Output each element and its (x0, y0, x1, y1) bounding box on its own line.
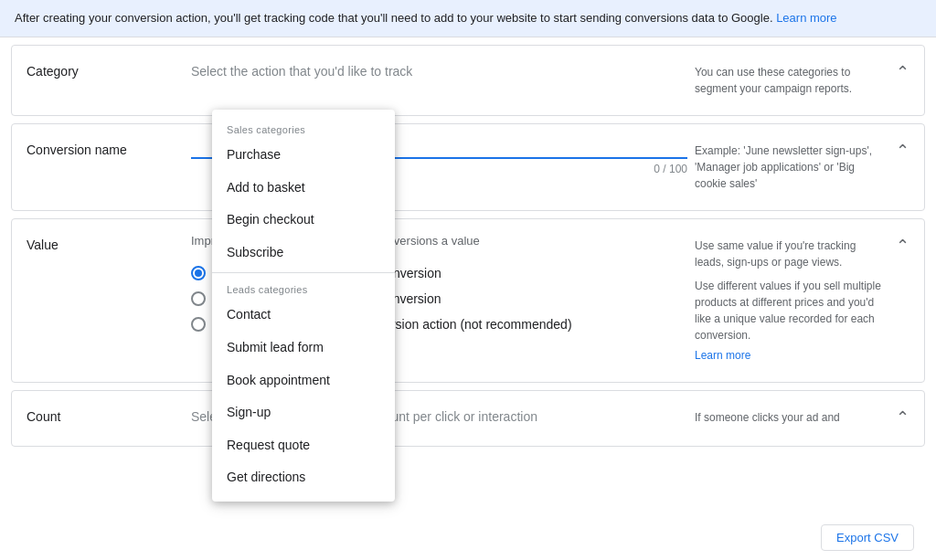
banner-text: After creating your conversion action, y… (15, 11, 773, 25)
sections-container: Category Select the action that you'd li… (0, 45, 936, 447)
value-chevron-icon: ⌃ (896, 234, 909, 256)
category-label: Category (27, 60, 191, 79)
count-hint-text: If someone clicks your ad and (695, 411, 840, 424)
category-placeholder: Select the action that you'd like to tra… (191, 60, 687, 79)
value-header: Value Improve your advertising by giving… (12, 219, 924, 382)
category-chevron-icon: ⌃ (896, 60, 909, 82)
top-banner: After creating your conversion action, y… (0, 0, 936, 37)
radio-icon-0 (191, 266, 206, 280)
dropdown-item-purchase[interactable]: Purchase (212, 139, 395, 172)
value-hint: Use same value if you're tracking leads,… (687, 234, 888, 367)
dropdown-item-book-appointment[interactable]: Book appointment (212, 365, 395, 397)
category-dropdown: Sales categories Purchase Add to basket … (212, 110, 395, 502)
conversion-name-label: Conversion name (27, 139, 191, 157)
category-content[interactable]: Select the action that you'd like to tra… (191, 60, 687, 79)
dropdown-item-subscribe[interactable]: Subscribe (212, 237, 395, 269)
value-learn-more-link[interactable]: Learn more (695, 349, 750, 362)
radio-icon-2 (191, 317, 206, 332)
dropdown-item-request-quote[interactable]: Request quote (212, 429, 395, 462)
count-section: Count Select how many conversions to cou… (11, 390, 925, 447)
conversion-name-header: Conversion name 0 / 100 Example: 'June n… (12, 124, 924, 210)
count-hint: If someone clicks your ad and (687, 406, 888, 429)
conversion-name-section: Conversion name 0 / 100 Example: 'June n… (11, 123, 925, 211)
value-hint-line-1: Use different values if you sell multipl… (695, 278, 881, 343)
value-section: Value Improve your advertising by giving… (11, 218, 925, 383)
export-csv-button[interactable]: Export CSV (821, 524, 914, 551)
category-section: Category Select the action that you'd li… (11, 45, 925, 116)
dropdown-divider (212, 272, 395, 273)
conversion-name-hint: Example: 'June newsletter sign-ups', 'Ma… (687, 139, 888, 195)
leads-group-label: Leads categories (212, 277, 395, 299)
learn-more-link[interactable]: Learn more (776, 11, 836, 25)
conversion-name-chevron-icon: ⌃ (896, 139, 909, 161)
value-hint-line-0: Use same value if you're tracking leads,… (695, 238, 881, 270)
category-header: Category Select the action that you'd li… (12, 46, 924, 115)
count-chevron-icon: ⌃ (896, 406, 909, 428)
category-hint: You can use these categories to segment … (687, 60, 888, 100)
dropdown-item-add-to-basket[interactable]: Add to basket (212, 172, 395, 205)
count-header: Count Select how many conversions to cou… (12, 391, 924, 446)
value-label: Value (27, 234, 191, 252)
sales-group-label: Sales categories (212, 117, 395, 139)
dropdown-item-sign-up[interactable]: Sign-up (212, 396, 395, 429)
count-label: Count (27, 406, 191, 424)
radio-icon-1 (191, 291, 206, 306)
dropdown-item-begin-checkout[interactable]: Begin checkout (212, 204, 395, 237)
dropdown-item-get-directions[interactable]: Get directions (212, 461, 395, 494)
dropdown-item-contact[interactable]: Contact (212, 299, 395, 332)
dropdown-item-submit-lead-form[interactable]: Submit lead form (212, 332, 395, 365)
